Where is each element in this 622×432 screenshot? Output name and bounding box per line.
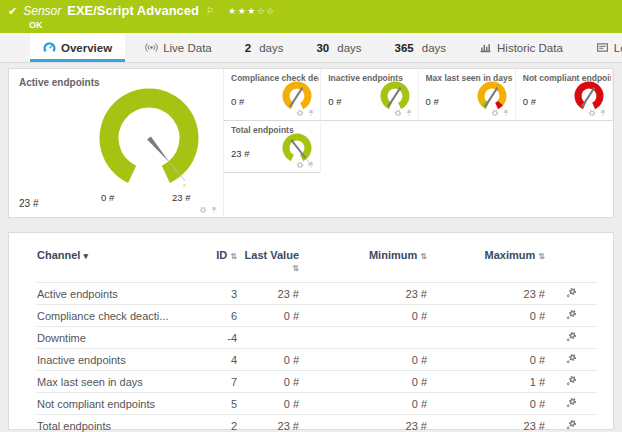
pin-icon[interactable] bbox=[210, 206, 218, 214]
tab-label: Overview bbox=[61, 42, 112, 54]
table-row: Downtime -4 bbox=[37, 327, 597, 349]
tab-historic-data[interactable]: Historic Data bbox=[466, 33, 576, 62]
gauges-panel: Active endpoints x 0 # 23 # 23 # Complia… bbox=[8, 68, 614, 218]
gauges-empty-space bbox=[321, 121, 613, 173]
header-label: Maximum bbox=[484, 249, 535, 261]
active-endpoints-gauge: x bbox=[74, 81, 224, 201]
channel-minimum: 23 # bbox=[299, 283, 427, 305]
gauge-card-not-compliant: Not compliant endpoints 0 # bbox=[516, 69, 613, 121]
sensor-title: EXE/Script Advanced bbox=[67, 3, 199, 19]
channel-maximum: 23 # bbox=[427, 283, 545, 305]
channel-name: Downtime bbox=[37, 327, 201, 349]
channel-id: 3 bbox=[201, 283, 237, 305]
column-header-settings bbox=[545, 245, 597, 283]
table-row: Total endpoints 2 23 # 23 # 23 # bbox=[37, 415, 597, 432]
svg-text:x: x bbox=[183, 182, 186, 188]
channel-minimum: 0 # bbox=[299, 349, 427, 371]
channel-name: Max last seen in days bbox=[37, 371, 201, 393]
column-header-maximum[interactable]: Maximum ⇅ bbox=[427, 245, 545, 283]
channel-settings-icon[interactable] bbox=[566, 375, 577, 386]
channel-id: 7 bbox=[201, 371, 237, 393]
gauge-settings-icon[interactable] bbox=[394, 109, 402, 117]
status-badge: OK bbox=[29, 20, 614, 30]
channel-name: Inactive endpoints bbox=[37, 349, 201, 371]
object-kind-label: Sensor bbox=[23, 3, 61, 19]
column-header-channel[interactable]: Channel ▾ bbox=[37, 245, 201, 283]
channel-maximum: 0 # bbox=[427, 349, 545, 371]
tab-2-days[interactable]: 2 days bbox=[232, 33, 297, 62]
tab-label: Live Data bbox=[163, 42, 212, 54]
tab-number: 2 bbox=[245, 42, 251, 54]
channel-last-value: 23 # bbox=[237, 415, 299, 432]
channel-last-value: 0 # bbox=[237, 349, 299, 371]
pin-icon[interactable] bbox=[502, 109, 510, 117]
pin-icon[interactable] bbox=[599, 109, 607, 117]
column-header-id[interactable]: ID ⇅ bbox=[201, 245, 237, 283]
gauge-card-compliance-check-deactivated: Compliance check deactivated 0 # bbox=[224, 69, 321, 121]
priority-stars[interactable]: ★★★☆☆ bbox=[228, 3, 276, 19]
channel-maximum: 0 # bbox=[427, 393, 545, 415]
gauge-card-active-endpoints: Active endpoints x 0 # 23 # 23 # bbox=[9, 69, 224, 217]
tab-label: Log bbox=[614, 42, 622, 54]
sort-icon: ⇅ bbox=[420, 252, 427, 261]
channel-settings-icon[interactable] bbox=[566, 419, 577, 430]
gauge-settings-icon[interactable] bbox=[296, 161, 304, 169]
channel-minimum: 23 # bbox=[299, 415, 427, 432]
channel-settings-icon[interactable] bbox=[566, 331, 577, 342]
broadcast-icon bbox=[145, 41, 158, 54]
gauge-settings-icon[interactable] bbox=[588, 109, 596, 117]
gauge-settings-icon[interactable] bbox=[491, 109, 499, 117]
status-ok-check-icon: ✔ bbox=[8, 3, 17, 19]
channel-minimum: 0 # bbox=[299, 305, 427, 327]
header-label: Minimum bbox=[369, 249, 417, 261]
channel-minimum: 0 # bbox=[299, 393, 427, 415]
gauge-card-max-last-seen: Max last seen in days 0 # bbox=[419, 69, 516, 121]
tab-label: Historic Data bbox=[497, 42, 563, 54]
sort-icon: ⇅ bbox=[230, 252, 237, 261]
channel-id: -4 bbox=[201, 327, 237, 349]
channel-minimum: 0 # bbox=[299, 371, 427, 393]
tab-label: days bbox=[259, 42, 283, 54]
sort-icon: ⇅ bbox=[538, 252, 545, 261]
channel-settings-icon[interactable] bbox=[566, 397, 577, 408]
tab-365-days[interactable]: 365 days bbox=[382, 33, 459, 62]
tab-label: days bbox=[422, 42, 446, 54]
channel-last-value bbox=[237, 327, 299, 349]
tab-live-data[interactable]: Live Data bbox=[132, 33, 225, 62]
channel-last-value: 0 # bbox=[237, 305, 299, 327]
channel-id: 5 bbox=[201, 393, 237, 415]
gauge-value: 0 # bbox=[328, 96, 341, 107]
tab-log[interactable]: Log bbox=[583, 33, 622, 62]
tab-30-days[interactable]: 30 days bbox=[303, 33, 374, 62]
channel-id: 6 bbox=[201, 305, 237, 327]
sort-icon: ⇅ bbox=[292, 264, 299, 273]
channel-settings-icon[interactable] bbox=[566, 287, 577, 298]
channel-id: 4 bbox=[201, 349, 237, 371]
gauge-card-inactive-endpoints: Inactive endpoints 0 # bbox=[321, 69, 418, 121]
pin-icon[interactable] bbox=[307, 109, 315, 117]
gauge-settings-icon[interactable] bbox=[199, 206, 207, 214]
channel-maximum: 23 # bbox=[427, 415, 545, 432]
gauge-scale-max: 23 # bbox=[172, 192, 191, 203]
tab-overview[interactable]: Overview bbox=[30, 33, 125, 62]
table-row: Active endpoints 3 23 # 23 # 23 # bbox=[37, 283, 597, 305]
pin-icon[interactable] bbox=[405, 109, 413, 117]
sort-desc-icon: ▾ bbox=[83, 251, 88, 261]
log-icon bbox=[596, 41, 609, 54]
table-row: Not compliant endpoints 5 0 # 0 # 0 # bbox=[37, 393, 597, 415]
gauge-settings-icon[interactable] bbox=[296, 109, 304, 117]
channels-table: Channel ▾ ID ⇅ Last Value ⇅ Minimum ⇅ Ma… bbox=[37, 245, 597, 432]
sensor-header: ✔ Sensor EXE/Script Advanced ⚐ ★★★☆☆ OK bbox=[0, 0, 622, 33]
table-row: Compliance check deacti... 6 0 # 0 # 0 # bbox=[37, 305, 597, 327]
gauge-scale-min: 0 # bbox=[101, 192, 114, 203]
channel-settings-icon[interactable] bbox=[566, 309, 577, 320]
tab-number: 365 bbox=[395, 42, 414, 54]
channel-name: Total endpoints bbox=[37, 415, 201, 432]
pin-icon[interactable] bbox=[307, 161, 315, 169]
channel-last-value: 0 # bbox=[237, 371, 299, 393]
channel-settings-icon[interactable] bbox=[566, 353, 577, 364]
channel-last-value: 0 # bbox=[237, 393, 299, 415]
column-header-minimum[interactable]: Minimum ⇅ bbox=[299, 245, 427, 283]
column-header-last-value[interactable]: Last Value ⇅ bbox=[237, 245, 299, 283]
channel-name: Compliance check deacti... bbox=[37, 305, 201, 327]
